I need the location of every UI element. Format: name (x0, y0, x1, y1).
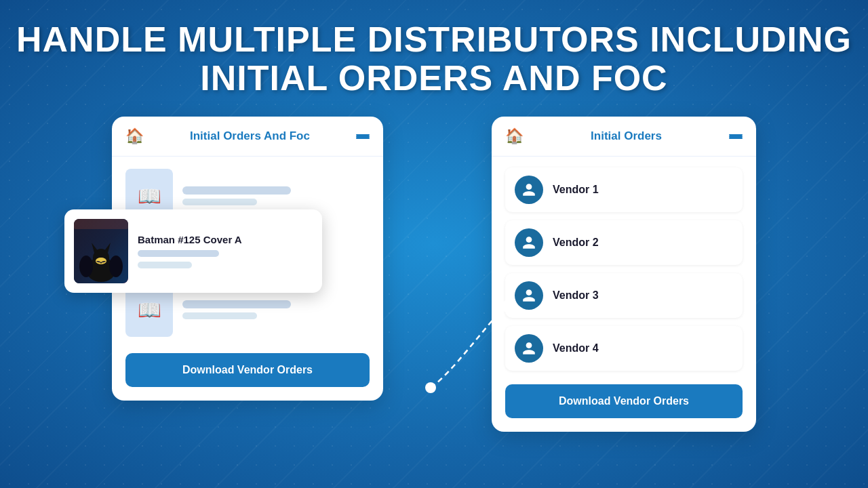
vendor-list: Vendor 1 Vendor 2 (492, 157, 756, 382)
right-panel-title: Initial Orders (532, 129, 721, 143)
vendor-row-1[interactable]: Vendor 1 (505, 167, 743, 212)
svg-point-10 (500, 301, 511, 312)
vendor-name-4: Vendor 4 (553, 342, 599, 354)
left-panel-header: 🏠 Initial Orders And Foc (112, 117, 383, 157)
batman-image (74, 219, 128, 283)
batman-detail-line1 (138, 250, 219, 257)
batman-detail-line2 (138, 262, 192, 268)
vendor-name-3: Vendor 3 (553, 289, 599, 302)
right-download-button[interactable]: Download Vendor Orders (505, 384, 743, 418)
batman-card: Batman #125 Cover A (64, 209, 322, 293)
vendor-name-1: Vendor 1 (553, 184, 599, 196)
vendor-row-3[interactable]: Vendor 3 (505, 273, 743, 318)
book-line-long-1 (182, 186, 291, 195)
batman-cover-art (74, 219, 128, 283)
book-line-medium-2 (182, 312, 257, 319)
left-home-icon[interactable]: 🏠 (125, 127, 144, 145)
vendor-row-4[interactable]: Vendor 4 (505, 326, 743, 371)
vendor-icon-2 (521, 235, 536, 250)
book-line-long-2 (182, 300, 291, 308)
headline-section: HANDLE MULTIPLE DISTRIBUTORS INCLUDING I… (16, 20, 852, 98)
right-panel-header: 🏠 Initial Orders (492, 117, 756, 157)
connector-svg (424, 272, 512, 408)
right-menu-icon[interactable] (729, 134, 743, 140)
svg-rect-8 (74, 219, 128, 229)
vendor-avatar-2 (515, 228, 543, 257)
left-panel: 🏠 Initial Orders And Foc 📖 (112, 117, 383, 401)
left-panel-body: 📖 (112, 157, 383, 350)
vendor-avatar-1 (515, 176, 543, 204)
vendor-name-2: Vendor 2 (553, 237, 599, 249)
vendor-icon-3 (521, 288, 536, 303)
svg-point-6 (109, 256, 123, 277)
batman-title: Batman #125 Cover A (138, 234, 242, 245)
batman-info: Batman #125 Cover A (138, 234, 242, 268)
vendor-row-2[interactable]: Vendor 2 (505, 220, 743, 265)
vendor-avatar-4 (515, 334, 543, 363)
main-content: HANDLE MULTIPLE DISTRIBUTORS INCLUDING I… (0, 0, 868, 488)
panels-row: 🏠 Initial Orders And Foc 📖 (112, 117, 756, 432)
left-menu-icon[interactable] (356, 134, 370, 140)
left-download-button[interactable]: Download Vendor Orders (125, 353, 370, 387)
book-line-medium-1 (182, 199, 257, 205)
right-home-icon[interactable]: 🏠 (505, 127, 524, 145)
svg-point-5 (79, 256, 93, 277)
book-icon-1: 📖 (138, 185, 161, 207)
vendor-icon-4 (521, 341, 536, 356)
book-lines-2 (182, 300, 291, 319)
left-panel-title: Initial Orders And Foc (152, 129, 348, 143)
book-icon-2: 📖 (138, 299, 161, 321)
right-panel: 🏠 Initial Orders Vendor 1 (492, 117, 756, 432)
vendor-avatar-3 (515, 281, 543, 310)
headline-line2: INITIAL ORDERS AND FOC (200, 58, 667, 98)
vendor-icon-1 (521, 182, 536, 197)
headline-line1: HANDLE MULTIPLE DISTRIBUTORS INCLUDING (16, 20, 852, 59)
book-lines-1 (182, 186, 291, 205)
